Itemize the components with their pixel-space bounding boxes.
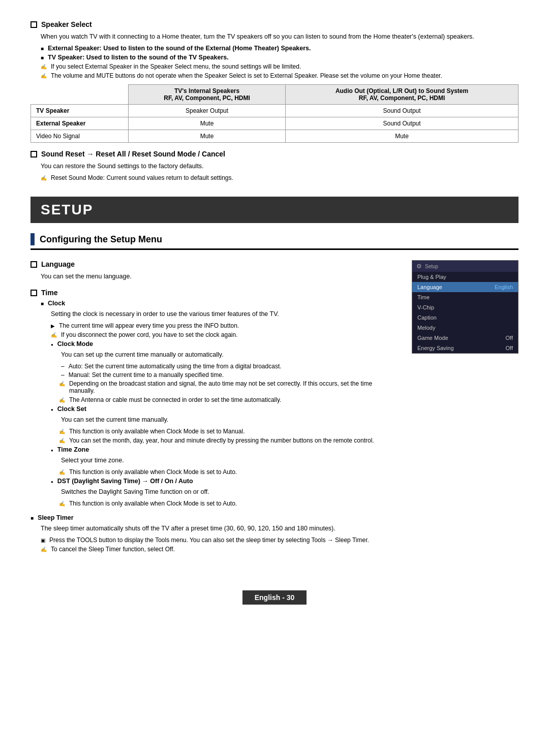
clock-label: Clock bbox=[41, 300, 396, 307]
panel-melody[interactable]: Melody bbox=[412, 323, 518, 333]
note-external-speaker-1: ✍ If you select External Speaker in the … bbox=[41, 63, 518, 70]
note-icon-3: ✍ bbox=[41, 175, 47, 181]
configuring-heading: Configuring the Setup Menu bbox=[30, 233, 518, 250]
col1-header1: TV's Internal Speakers RF, AV, Component… bbox=[129, 85, 286, 105]
blue-bar-icon bbox=[30, 233, 35, 245]
tools-icon: ▣ bbox=[41, 538, 45, 543]
sleep-timer-section: Sleep Timer The sleep timer automaticall… bbox=[30, 514, 396, 553]
language-section: Language You can set the menu language. bbox=[30, 260, 396, 281]
speaker-table: TV's Internal Speakers RF, AV, Component… bbox=[30, 84, 518, 143]
sound-reset-desc: You can restore the Sound settings to th… bbox=[41, 161, 518, 171]
time-zone-desc: Select your time zone. bbox=[61, 455, 396, 465]
note-icon-9: ✍ bbox=[59, 469, 65, 475]
time-zone-label: Time Zone bbox=[51, 446, 396, 453]
clock-set-note2: ✍ You can set the month, day, year, hour… bbox=[59, 437, 396, 444]
bullet-tv-speaker: TV Speaker: Used to listen to the sound … bbox=[41, 54, 518, 61]
side-panel-header: ⚙ Setup bbox=[412, 261, 518, 272]
row-col1-tv: Speaker Output bbox=[129, 105, 286, 117]
time-title: Time bbox=[30, 289, 396, 297]
clock-note2: ✍ If you disconnect the power cord, you … bbox=[51, 331, 396, 338]
note-external-speaker-2: ✍ The volume and MUTE buttons do not ope… bbox=[41, 72, 518, 79]
sleep-timer-note1: ▣ Press the TOOLS button to display the … bbox=[41, 537, 396, 544]
checkbox-icon bbox=[30, 21, 37, 28]
gear-icon: ⚙ bbox=[416, 263, 422, 270]
row-label-ext: External Speaker bbox=[31, 117, 129, 130]
note-icon-2: ✍ bbox=[41, 73, 47, 79]
panel-game-mode[interactable]: Game Mode Off bbox=[412, 333, 518, 343]
panel-vchip[interactable]: V-Chip bbox=[412, 302, 518, 312]
panel-plug-play[interactable]: Plug & Play bbox=[412, 272, 518, 282]
language-title: Language bbox=[30, 260, 396, 268]
auto-desc: Auto: Set the current time automatically… bbox=[61, 363, 396, 370]
sleep-timer-label: Sleep Timer bbox=[30, 514, 396, 521]
clock-set-note1: ✍ This function is only available when C… bbox=[59, 428, 396, 435]
info-icon-1: ▶ bbox=[51, 323, 55, 329]
clock-desc: Setting the clock is necessary in order … bbox=[51, 309, 396, 319]
table-row-external-speaker: External Speaker Mute Sound Output bbox=[31, 117, 518, 130]
row-label-tv: TV Speaker bbox=[31, 105, 129, 117]
time-section: Time Clock Setting the clock is necessar… bbox=[30, 289, 396, 507]
dst-block: DST (Daylight Saving Time) → Off / On / … bbox=[51, 478, 396, 507]
dst-note: ✍ This function is only available when C… bbox=[59, 500, 396, 507]
language-desc: You can set the menu language. bbox=[41, 271, 396, 281]
note-icon-11: ✍ bbox=[41, 547, 47, 552]
row-col1-ext: Mute bbox=[129, 117, 286, 130]
time-zone-block: Time Zone Select your time zone. ✍ This … bbox=[51, 446, 396, 476]
note-icon-4: ✍ bbox=[51, 332, 57, 338]
row-col2-ext: Sound Output bbox=[286, 117, 518, 130]
note-icon-7: ✍ bbox=[59, 429, 65, 434]
main-text: Language You can set the menu language. … bbox=[30, 260, 396, 560]
row-label-nosig: Video No Signal bbox=[31, 130, 129, 143]
clock-mode-label: Clock Mode bbox=[51, 340, 396, 348]
row-col2-nosig: Mute bbox=[286, 130, 518, 143]
setup-menu-panel: ⚙ Setup Plug & Play Language English Tim… bbox=[412, 260, 518, 354]
sleep-timer-note2: ✍ To cancel the Sleep Timer function, se… bbox=[41, 546, 396, 553]
table-row-video-no-signal: Video No Signal Mute Mute bbox=[31, 130, 518, 143]
checkbox-icon-lang bbox=[30, 261, 37, 268]
note-icon-8: ✍ bbox=[59, 438, 65, 444]
clock-mode-block: Clock Mode You can set up the current ti… bbox=[51, 340, 396, 403]
clock-note1: ▶ The current time will appear every tim… bbox=[51, 322, 396, 329]
row-col2-tv: Sound Output bbox=[286, 105, 518, 117]
panel-energy-saving[interactable]: Energy Saving Off bbox=[412, 343, 518, 353]
note-icon-10: ✍ bbox=[59, 501, 65, 507]
col2-header1: Audio Out (Optical, L/R Out) to Sound Sy… bbox=[286, 85, 518, 105]
clock-mode-note3: ✍ Depending on the broadcast station and… bbox=[59, 380, 396, 394]
note-icon-5: ✍ bbox=[59, 381, 65, 387]
main-content-row: Language You can set the menu language. … bbox=[30, 260, 518, 560]
clock-set-block: Clock Set You can set the current time m… bbox=[51, 405, 396, 444]
clock-subsection: Clock Setting the clock is necessary in … bbox=[41, 300, 396, 507]
table-row-tv-speaker: TV Speaker Speaker Output Sound Output bbox=[31, 105, 518, 117]
manual-desc: Manual: Set the current time to a manual… bbox=[61, 371, 396, 379]
dst-desc: Switches the Daylight Saving Time functi… bbox=[61, 487, 396, 497]
footer-page-label: English - 30 bbox=[242, 590, 307, 605]
clock-mode-desc: You can set up the current time manually… bbox=[61, 350, 396, 360]
checkbox-icon-time bbox=[30, 290, 37, 296]
panel-caption[interactable]: Caption bbox=[412, 312, 518, 323]
time-zone-note: ✍ This function is only available when C… bbox=[59, 468, 396, 476]
note-icon-1: ✍ bbox=[41, 64, 47, 70]
sound-reset-section: Sound Reset → Reset All / Reset Sound Mo… bbox=[30, 150, 518, 181]
speaker-select-title: Speaker Select bbox=[30, 20, 518, 28]
dst-label: DST (Daylight Saving Time) → Off / On / … bbox=[51, 478, 396, 485]
panel-language[interactable]: Language English bbox=[412, 282, 518, 292]
checkbox-icon-2 bbox=[30, 151, 37, 158]
note-icon-6: ✍ bbox=[59, 397, 65, 403]
sound-reset-note: ✍ Reset Sound Mode: Current sound values… bbox=[41, 174, 518, 181]
sound-reset-title: Sound Reset → Reset All / Reset Sound Mo… bbox=[30, 150, 518, 158]
clock-set-label: Clock Set bbox=[51, 405, 396, 413]
footer: English - 30 bbox=[30, 590, 518, 605]
speaker-select-section: Speaker Select When you watch TV with it… bbox=[30, 20, 518, 143]
setup-banner: SETUP bbox=[30, 197, 518, 223]
clock-mode-note4: ✍ The Antenna or cable must be connected… bbox=[59, 396, 396, 403]
clock-set-desc: You can set the current time manually. bbox=[61, 415, 396, 425]
sleep-timer-desc: The sleep timer automatically shuts off … bbox=[41, 523, 396, 533]
row-col1-nosig: Mute bbox=[129, 130, 286, 143]
panel-time[interactable]: Time bbox=[412, 292, 518, 302]
speaker-select-intro: When you watch TV with it connecting to … bbox=[41, 32, 518, 42]
bullet-external-speaker: External Speaker: Used to listen to the … bbox=[41, 45, 518, 52]
